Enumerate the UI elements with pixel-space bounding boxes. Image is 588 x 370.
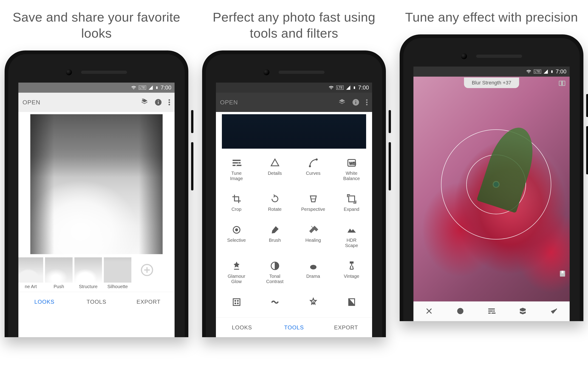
- tool-label: GlamourGlow: [228, 274, 245, 284]
- bottom-tabs: LOOKS TOOLS EXPORT: [18, 292, 175, 311]
- tune-button[interactable]: [487, 307, 496, 316]
- tool-details[interactable]: Details: [256, 155, 294, 187]
- status-time: 7:00: [358, 84, 369, 91]
- panel-heading-3: Tune any effect with precision: [405, 9, 578, 25]
- tab-looks[interactable]: LOOKS: [18, 292, 71, 311]
- tool-retro[interactable]: [256, 294, 294, 315]
- svg-rect-2: [158, 100, 159, 101]
- parameter-chip: Blur Strength +37: [464, 78, 519, 88]
- tool-label: Details: [268, 171, 282, 176]
- tool-label: Crop: [231, 207, 242, 212]
- look-item[interactable]: Push: [45, 257, 73, 292]
- tool-hdr[interactable]: HDRScape: [332, 222, 371, 253]
- look-item[interactable]: Structure: [74, 257, 102, 292]
- tool-grunge[interactable]: [294, 294, 332, 315]
- svg-point-23: [234, 300, 236, 301]
- panel-heading-1: Save and share your favorite looks: [5, 9, 188, 41]
- svg-rect-8: [356, 102, 356, 104]
- tab-export[interactable]: EXPORT: [320, 318, 372, 337]
- tab-tools[interactable]: TOOLS: [268, 318, 320, 337]
- tool-tonal[interactable]: TonalContrast: [256, 258, 294, 290]
- svg-rect-9: [356, 100, 356, 101]
- info-icon[interactable]: [154, 98, 162, 106]
- signal-icon: [346, 85, 351, 90]
- tools-sheet: TuneImageDetailsCurvesWBWhiteBalanceCrop…: [216, 152, 372, 337]
- open-button[interactable]: OPEN: [22, 99, 41, 106]
- svg-rect-1: [158, 102, 159, 104]
- styles-button[interactable]: [519, 307, 527, 316]
- dimmed-photo: [222, 114, 366, 149]
- selective-button[interactable]: [456, 307, 464, 316]
- look-item[interactable]: Silhouette: [104, 257, 131, 292]
- look-label: Structure: [79, 284, 97, 289]
- lte-icon: LTE: [139, 86, 146, 90]
- battery-icon: [353, 85, 356, 90]
- svg-point-12: [366, 104, 368, 106]
- tool-vintage[interactable]: Vintage: [332, 258, 371, 290]
- tool-label: Brush: [269, 238, 281, 243]
- tool-perspective[interactable]: Perspective: [294, 191, 332, 217]
- look-label: ne Art: [25, 284, 37, 289]
- focus-center-handle[interactable]: [493, 181, 500, 188]
- tool-label: Drama: [306, 274, 320, 279]
- open-button[interactable]: OPEN: [220, 99, 238, 106]
- phone-frame-3: LTE 7:00 Blur Strength +37: [400, 34, 583, 321]
- looks-strip[interactable]: ne Art Push Structure Silhouette: [18, 257, 175, 292]
- wifi-icon: [131, 85, 137, 90]
- bookmark-icon[interactable]: [559, 270, 567, 279]
- signal-icon: [543, 69, 548, 74]
- focus-control[interactable]: [441, 129, 551, 240]
- apply-button[interactable]: [550, 307, 558, 316]
- tool-glow[interactable]: GlamourGlow: [217, 258, 256, 290]
- svg-point-5: [168, 104, 170, 106]
- battery-icon: [550, 69, 554, 74]
- tool-label: TuneImage: [230, 171, 243, 181]
- tool-label: Perspective: [301, 207, 325, 212]
- signal-icon: [148, 85, 153, 90]
- compare-icon[interactable]: [558, 79, 566, 88]
- tool-label: Healing: [305, 238, 321, 243]
- editing-photo[interactable]: Blur Strength +37: [413, 77, 570, 301]
- svg-point-24: [237, 300, 238, 301]
- tool-selective[interactable]: Selective: [217, 222, 256, 253]
- svg-point-4: [168, 102, 170, 103]
- add-look-button[interactable]: [133, 257, 161, 283]
- tool-label: Selective: [227, 238, 246, 243]
- status-time: 7:00: [160, 84, 171, 91]
- layers-undo-icon[interactable]: [141, 98, 148, 106]
- more-icon[interactable]: [168, 98, 170, 106]
- more-icon[interactable]: [366, 98, 368, 106]
- tool-healing[interactable]: Healing: [294, 222, 332, 253]
- tab-tools[interactable]: TOOLS: [71, 292, 123, 311]
- look-item[interactable]: ne Art: [18, 257, 43, 292]
- tool-grainy[interactable]: [217, 294, 256, 315]
- svg-point-3: [168, 99, 170, 101]
- bottom-tabs: LOOKS TOOLS EXPORT: [216, 318, 372, 337]
- tab-looks[interactable]: LOOKS: [216, 318, 268, 337]
- layers-undo-icon[interactable]: [338, 98, 346, 106]
- svg-point-11: [366, 102, 368, 103]
- panel-heading-2: Perfect any photo fast using tools and f…: [202, 9, 386, 41]
- tool-curves[interactable]: Curves: [294, 155, 332, 187]
- tool-drama[interactable]: Drama: [294, 258, 332, 290]
- tool-label: Expand: [344, 207, 359, 212]
- tab-export[interactable]: EXPORT: [122, 292, 175, 311]
- tool-tune[interactable]: TuneImage: [217, 155, 256, 187]
- tool-brush[interactable]: Brush: [256, 222, 294, 253]
- lte-icon: LTE: [534, 70, 541, 74]
- svg-point-10: [366, 99, 368, 101]
- tool-expand[interactable]: Expand: [332, 191, 371, 217]
- tool-crop[interactable]: Crop: [217, 191, 256, 217]
- cancel-button[interactable]: [425, 307, 433, 316]
- svg-point-25: [234, 302, 236, 304]
- svg-rect-29: [563, 81, 565, 86]
- tool-rotate[interactable]: Rotate: [256, 191, 294, 217]
- svg-point-19: [235, 229, 238, 231]
- info-icon[interactable]: [352, 98, 360, 106]
- look-label: Push: [53, 284, 64, 289]
- main-photo[interactable]: [30, 114, 163, 254]
- status-time: 7:00: [556, 68, 567, 75]
- tool-bw[interactable]: [332, 294, 371, 315]
- tool-wb[interactable]: WBWhiteBalance: [332, 155, 371, 187]
- phone-frame-2: LTE 7:00 OPEN TuneImageD: [202, 50, 386, 337]
